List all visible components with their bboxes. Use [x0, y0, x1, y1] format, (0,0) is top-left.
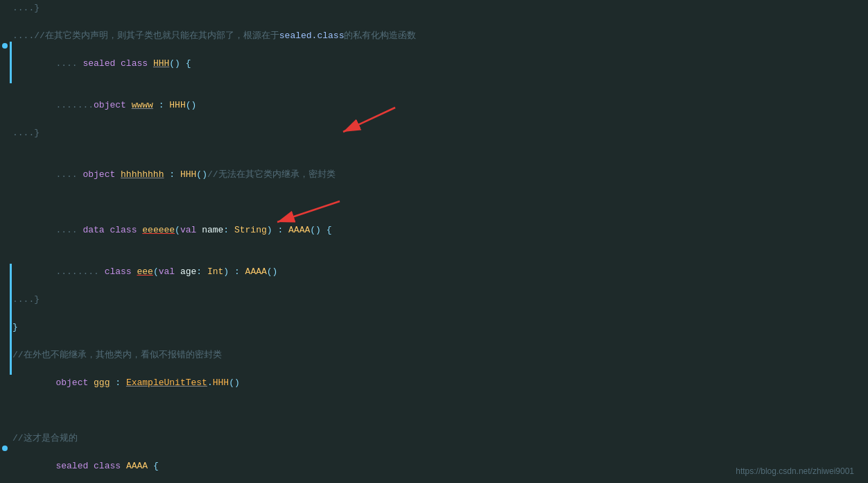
code-line: //在外也不能继承，其他类内，看似不报错的密封类	[0, 348, 868, 362]
code-line: //这才是合规的	[0, 432, 868, 446]
code-line	[0, 15, 868, 29]
code-line: .... object hhhhhhhh : HHH()//无法在其它类内继承，…	[0, 154, 868, 196]
code-line: ....}	[0, 293, 868, 307]
breakpoint-dot[interactable]	[2, 446, 8, 451]
code-line	[0, 404, 868, 418]
code-line: .... sealed class HHH() {	[0, 43, 868, 85]
code-line	[0, 140, 868, 154]
code-line: }	[0, 321, 868, 334]
code-line: ....//在其它类内声明，则其子类也就只能在其内部了，根源在于sealed.c…	[0, 29, 868, 43]
code-line	[0, 307, 868, 321]
code-editor: ....} ....//在其它类内声明，则其子类也就只能在其内部了，根源在于se…	[0, 0, 868, 483]
code-line	[0, 418, 868, 432]
code-line: ....}	[0, 1, 868, 15]
code-line: .... data class eeeeee(val name: String)…	[0, 210, 868, 251]
code-line	[0, 196, 868, 210]
breakpoint-dot[interactable]	[2, 43, 8, 49]
code-line: ....}	[0, 126, 868, 140]
code-line	[0, 334, 868, 348]
code-line: sealed class AAAA {	[0, 446, 868, 483]
code-line: .......object wwww : HHH()	[0, 85, 868, 126]
code-line: object ggg : ExampleUnitTest.HHH()	[0, 362, 868, 404]
watermark: https://blog.csdn.net/zhiwei9001	[736, 466, 854, 476]
code-line: ........ class eee(val age: Int) : AAAA(…	[0, 251, 868, 293]
